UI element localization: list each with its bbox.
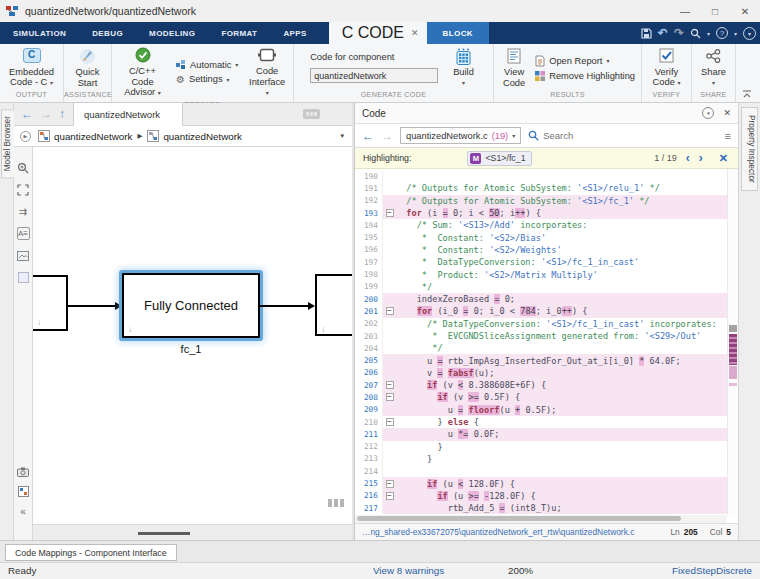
breadcrumb-item-current[interactable]: quantizedNetwork <box>163 131 241 142</box>
collapse-palette-icon[interactable]: « <box>17 505 30 518</box>
code-line[interactable]: 204 */ <box>355 342 727 354</box>
code-interface-button[interactable]: Code Interface ▾ <box>244 45 290 100</box>
code-line[interactable]: 213 } <box>355 453 727 465</box>
view-code-button[interactable]: View Code <box>500 46 528 89</box>
verify-code-button[interactable]: Verify Code ▾ <box>650 46 684 90</box>
code-line[interactable]: 193− for (i = 0; i < 50; i++) { <box>355 207 727 219</box>
code-line[interactable]: 199 */ <box>355 281 727 293</box>
fold-toggle-icon[interactable]: − <box>383 492 396 500</box>
code-mappings-tab[interactable]: Code Mappings - Component Interface <box>5 544 177 561</box>
quick-start-button[interactable]: Quick Start <box>73 46 103 89</box>
close-button[interactable]: ✕ <box>730 0 760 22</box>
previous-match-icon[interactable]: ‹ <box>686 152 690 164</box>
forward-arrow-icon[interactable]: → <box>40 107 52 121</box>
tab-block[interactable]: BLOCK <box>427 22 489 44</box>
tab-apps[interactable]: APPS <box>270 22 319 44</box>
image-annotation-icon[interactable] <box>17 249 30 262</box>
highlight-tag[interactable]: M <S1>/fc_1 <box>467 151 531 166</box>
up-arrow-icon[interactable]: ↑ <box>59 107 65 121</box>
help-dropdown-caret-icon[interactable]: ▾ <box>734 30 737 37</box>
code-line[interactable]: 191 /* Outputs for Atomic SubSystem: '<S… <box>355 182 727 194</box>
code-line[interactable]: 208− if (v >= 0.5F) { <box>355 391 727 403</box>
warnings-link[interactable]: View 8 warnings <box>373 565 444 576</box>
annotation-icon[interactable]: A≡ <box>17 227 30 240</box>
minimize-button[interactable]: — <box>670 0 700 22</box>
code-line[interactable]: 214 <box>355 465 727 477</box>
code-line[interactable]: 197 * DataTypeConversion: '<S1>/fc_1_in_… <box>355 256 727 268</box>
undo-icon[interactable]: ↶ <box>658 22 668 44</box>
redo-icon[interactable]: ↷ <box>674 22 684 44</box>
legend-icon[interactable] <box>17 485 30 498</box>
code-line[interactable]: 202 /* DataTypeConversion: '<S1>/fc_1_in… <box>355 318 727 330</box>
code-forward-icon[interactable]: → <box>381 129 393 143</box>
code-advisor-button[interactable]: C/C++ Code Advisor ▾ <box>115 45 170 100</box>
close-code-pane-icon[interactable]: ✕ <box>723 108 731 118</box>
search-dropdown-caret-icon[interactable]: ▾ <box>707 30 710 37</box>
tab-simulation[interactable]: SIMULATION <box>0 22 79 44</box>
code-line[interactable]: 194 /* Sum: '<S13>/Add' incorporates: <box>355 219 727 231</box>
code-line[interactable]: 206 v = fabsf(u); <box>355 367 727 379</box>
code-menu-icon[interactable]: ≡ <box>725 130 731 142</box>
fold-toggle-icon[interactable]: − <box>383 418 396 426</box>
pane-options-icon[interactable]: ▾ <box>702 107 714 119</box>
code-line[interactable]: 200 indexZeroBased = 0; <box>355 293 727 305</box>
code-line[interactable]: 203 * EVCGNDSliceAssignment generated fr… <box>355 330 727 342</box>
code-search-input[interactable] <box>543 130 663 141</box>
fold-toggle-icon[interactable]: − <box>383 480 396 488</box>
remove-highlighting-menu-item[interactable]: Remove Highlighting <box>535 71 635 81</box>
maximize-button[interactable]: □ <box>700 0 730 22</box>
code-line[interactable]: 196 * Constant: '<S2>/Weights' <box>355 244 727 256</box>
model-canvas[interactable]: ↓ Fully Connected ↓ fc_1 ↓ <box>33 147 352 540</box>
code-line[interactable]: 205 u = rtb_ImpAsg_InsertedFor_Out_at_i[… <box>355 354 727 366</box>
breadcrumb-dropdown-caret-icon[interactable]: ▾ <box>340 132 344 140</box>
downstream-block[interactable]: ↓ <box>315 274 352 336</box>
fully-connected-block[interactable]: Fully Connected ↓ <box>122 273 260 338</box>
area-box-icon[interactable] <box>17 271 30 284</box>
file-selector[interactable]: quantizedNetwork.c (19) ▾ <box>400 127 521 144</box>
next-match-icon[interactable]: › <box>699 152 703 164</box>
navigate-icon[interactable]: ▶ <box>20 131 31 142</box>
code-line[interactable]: 210− } else { <box>355 416 727 428</box>
code-line[interactable]: 216− if (u >= -128.0F) { <box>355 490 727 502</box>
tab-c-code[interactable]: C CODE ✕ <box>329 22 427 44</box>
code-vertical-scrollbar[interactable] <box>727 169 738 515</box>
back-arrow-icon[interactable]: ← <box>21 107 33 121</box>
model-browser-tab[interactable]: Model Browser <box>1 109 14 178</box>
fit-to-view-icon[interactable] <box>17 183 30 196</box>
code-line[interactable]: 211 u *= 0.0F; <box>355 428 727 440</box>
solver-name[interactable]: FixedStepDiscrete <box>672 565 752 576</box>
component-input[interactable] <box>310 68 438 83</box>
close-c-code-tab-icon[interactable]: ✕ <box>411 28 419 38</box>
signal-wire[interactable] <box>260 305 308 307</box>
fold-toggle-icon[interactable]: − <box>383 307 396 315</box>
code-view[interactable]: 190191 /* Outputs for Atomic SubSystem: … <box>355 169 738 523</box>
code-line[interactable]: 209 u = floorf(u + 0.5F); <box>355 404 727 416</box>
save-icon[interactable] <box>641 28 652 39</box>
signal-wire[interactable] <box>68 305 115 307</box>
code-line[interactable]: 190 <box>355 170 727 182</box>
code-line[interactable]: 217 rtb_Add_5 = (int8_T)u; <box>355 502 727 514</box>
embedded-code-button[interactable]: C Embedded Code - C ▾ <box>6 46 57 90</box>
canvas-scrollbar-thumb[interactable] <box>138 532 190 535</box>
camera-icon[interactable] <box>17 465 30 478</box>
build-button[interactable]: Build ▾ <box>450 46 477 89</box>
property-inspector-tab[interactable]: Property Inspector <box>741 107 758 191</box>
collapse-toolstrip-button[interactable] <box>736 44 758 102</box>
code-horizontal-scrollbar[interactable] <box>355 515 727 523</box>
file-path[interactable]: …ng_shared-ex33672075\quantizedNetwork_e… <box>362 527 634 537</box>
model-tab[interactable]: quantizedNetwork <box>73 103 183 126</box>
clear-highlighting-icon[interactable]: ✕ <box>719 152 728 165</box>
code-line[interactable]: 198 * Product: '<S2>/Matrix Multiply' <box>355 268 727 280</box>
zoom-icon[interactable] <box>17 161 30 174</box>
search-icon[interactable] <box>690 28 701 39</box>
fold-toggle-icon[interactable]: − <box>383 381 396 389</box>
help-icon[interactable]: ? <box>716 27 728 39</box>
code-scrollbar-thumb[interactable] <box>357 516 681 521</box>
breadcrumb-item-root[interactable]: quantizedNetwork <box>54 131 132 142</box>
share-button[interactable]: Share ▾ <box>698 46 729 89</box>
code-line[interactable]: 201− for (i_0 = 0; i_0 < 784; i_0++) { <box>355 305 727 317</box>
open-report-menu-item[interactable]: Open Report ▾ <box>535 55 635 67</box>
fold-toggle-icon[interactable]: − <box>383 209 396 217</box>
code-back-icon[interactable]: ← <box>362 129 374 143</box>
signal-routing-icon[interactable]: ⇉ <box>17 205 30 218</box>
